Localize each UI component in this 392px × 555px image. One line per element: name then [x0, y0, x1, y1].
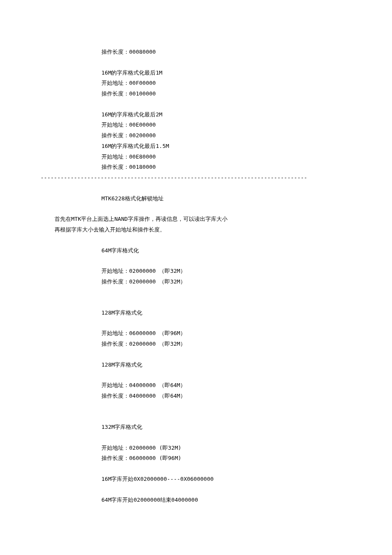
start-addr: 开始地址：00E80000 — [0, 152, 392, 162]
intro-text: 首先在MTK平台上面选上NAND字库操作，再读信息，可以读出字库大小 — [0, 214, 392, 225]
block-title: 16M的字库格式化最后1M — [0, 68, 392, 78]
block-title: 132M字库格式化 — [0, 422, 392, 433]
op-length: 操作长度：00180000 — [0, 162, 392, 173]
block-title: 16M的字库格式化最后1.5M — [0, 141, 392, 152]
op-length: 操作长度：00100000 — [0, 89, 392, 99]
separator-line: ----------------------------------------… — [0, 173, 392, 183]
op-length: 操作长度：00200000 — [0, 130, 392, 141]
block-title: 128M字库格式化 — [0, 308, 392, 318]
op-length: 操作长度：06000000 (即96M) — [0, 453, 392, 464]
start-addr: 开始地址：04000000 （即64M） — [0, 380, 392, 391]
block-title: 128M字库格式化 — [0, 360, 392, 370]
op-length: 操作长度：02000000 （即32M） — [0, 277, 392, 287]
intro-text: 再根据字库大小去输入开始地址和操作长度。 — [0, 225, 392, 235]
start-addr: 开始地址：00E00000 — [0, 120, 392, 130]
range-line: 16M字库开始0X02000000----0X06000000 — [0, 474, 392, 485]
start-addr: 开始地址：02000000 （即32M） — [0, 266, 392, 277]
start-addr: 开始地址：06000000 （即96M） — [0, 328, 392, 339]
op-length: 操作长度：02000000 （即32M） — [0, 339, 392, 350]
start-addr: 开始地址：00F00000 — [0, 78, 392, 89]
range-line: 64M字库开始02000000结束04000000 — [0, 495, 392, 506]
start-addr: 开始地址：02000000 (即32M) — [0, 443, 392, 454]
section-heading: MTK6228格式化解锁地址 — [0, 194, 392, 204]
op-length-line: 操作长度：00080000 — [0, 47, 392, 58]
block-title: 64M字库格式化 — [0, 246, 392, 256]
op-length: 操作长度：04000000 （即64M） — [0, 391, 392, 402]
block-title: 16M的字库格式化最后2M — [0, 110, 392, 120]
